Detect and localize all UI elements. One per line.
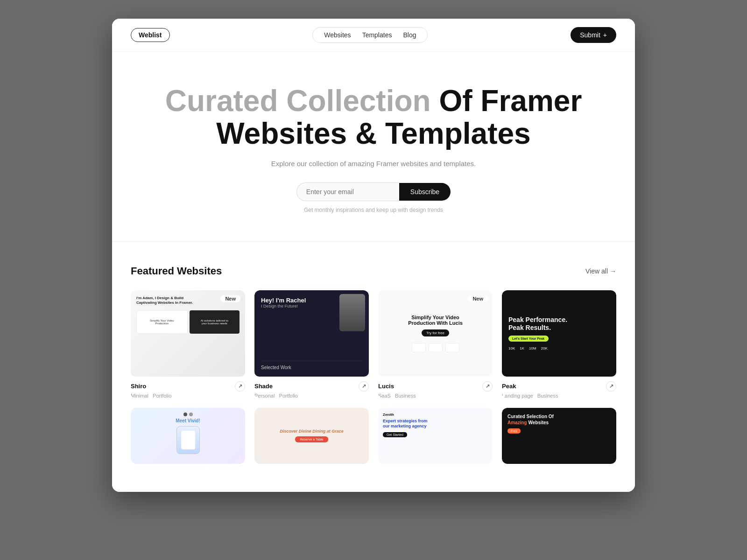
nav-link-websites[interactable]: Websites	[319, 30, 355, 40]
card-thumb-zenith: Zenith Expert strategies fromour marketi…	[378, 408, 493, 464]
card-vivid[interactable]: Meet Vivid!	[131, 408, 245, 464]
card-thumb-vivid: Meet Vivid!	[131, 408, 245, 464]
card-curated[interactable]: Curated Selection Of Amazing Websites Fr…	[502, 408, 616, 464]
plus-icon: +	[603, 31, 607, 39]
card-title-shiro: Shiro ↗	[131, 381, 245, 392]
logo[interactable]: Weblist	[131, 28, 170, 42]
hero-title-bold: Of Framer	[439, 84, 582, 118]
lucis-btn: Try for free	[422, 329, 449, 336]
cards-row-2: Meet Vivid! Discover Divine Dining at Gr…	[131, 408, 616, 464]
curated-btn: Free	[507, 428, 521, 434]
card-thumb-peak: Peak Performance.Peak Results. Let's Sta…	[502, 290, 616, 377]
zenith-btn: Get Started	[383, 432, 407, 437]
card-arrow-lucis[interactable]: ↗	[482, 381, 493, 392]
peak-btn: Let's Start Your Peak	[508, 336, 549, 342]
card-thumb-curated: Curated Selection Of Amazing Websites Fr…	[502, 408, 616, 464]
hero-title-bold2: Websites & Templates	[216, 117, 530, 150]
email-input[interactable]	[296, 182, 399, 201]
zenith-title: Expert strategies fromour marketing agen…	[383, 419, 488, 429]
card-shade[interactable]: New Hey! I'm Rachel I Design the Future!…	[254, 290, 369, 399]
section-header: Featured Websites View all →	[131, 265, 616, 277]
peak-title: Peak Performance.Peak Results.	[508, 316, 610, 332]
nav-link-blog[interactable]: Blog	[398, 30, 421, 40]
card-tags-shiro: Minimal Portfolio	[131, 393, 245, 399]
card-arrow-peak[interactable]: ↗	[606, 381, 616, 392]
submit-button[interactable]: Submit +	[571, 27, 616, 43]
hero-title: Curated Collection Of Framer Websites & …	[131, 84, 616, 150]
section-title: Featured Websites	[131, 265, 222, 277]
shiro-small-cards: Simplify Your VideoProduction AI solutio…	[136, 310, 240, 334]
main-content: Featured Websites View all → New I'm Ada…	[112, 242, 635, 492]
shiro-card-2: AI solutions tailored toyour business ne…	[190, 310, 240, 334]
subscribe-form: Subscribe	[131, 182, 616, 201]
card-tags-lucis: SaaS Business	[378, 393, 493, 399]
vivid-title: Meet Vivid!	[176, 418, 200, 423]
browser-window: Weblist Websites Templates Blog Submit +…	[112, 19, 635, 492]
card-shiro[interactable]: New I'm Adam, I Design & BuildCaptivatin…	[131, 290, 245, 399]
hero-hint: Get monthly inspirations and keep up wit…	[131, 207, 616, 213]
card-tags-peak: Landing page Business	[502, 393, 616, 399]
shade-label: Selected Work	[261, 361, 362, 370]
card-title-shade: Shade ↗	[254, 381, 369, 392]
curated-highlight: Amazing	[507, 420, 527, 425]
zenith-brand: Zenith	[383, 413, 488, 417]
nav-link-templates[interactable]: Templates	[358, 30, 397, 40]
subscribe-button[interactable]: Subscribe	[399, 183, 451, 201]
nav-links: Websites Templates Blog	[312, 27, 428, 43]
card-thumb-grace: Discover Divine Dining at Grace Reserve …	[254, 408, 369, 464]
badge-lucis: New	[468, 295, 488, 302]
card-title-peak: Peak ↗	[502, 381, 616, 392]
navbar: Weblist Websites Templates Blog Submit +	[112, 19, 635, 52]
grace-title: Discover Divine Dining at Grace	[280, 429, 344, 434]
badge-shiro: New	[220, 295, 240, 302]
cards-row-1: New I'm Adam, I Design & BuildCaptivatin…	[131, 290, 616, 399]
shade-avatar	[339, 294, 365, 331]
arrow-right-icon: →	[610, 267, 616, 275]
card-lucis[interactable]: New Simplify Your VideoProduction With L…	[378, 290, 493, 399]
grace-btn: Reserve a Table	[295, 436, 328, 442]
card-tags-shade: Personal Portfolio	[254, 393, 369, 399]
view-all-link[interactable]: View all →	[585, 267, 616, 275]
card-peak[interactable]: Peak Performance.Peak Results. Let's Sta…	[502, 290, 616, 399]
curated-suffix: Websites	[528, 420, 549, 425]
card-thumb-shiro: New I'm Adam, I Design & BuildCaptivatin…	[131, 290, 245, 377]
hero-title-light: Curated Collection	[165, 84, 439, 118]
card-zenith[interactable]: Zenith Expert strategies fromour marketi…	[378, 408, 493, 464]
card-arrow-shade[interactable]: ↗	[359, 381, 369, 392]
hero-subtitle: Explore our collection of amazing Framer…	[131, 160, 616, 168]
lucis-title: Simplify Your VideoProduction With Lucis	[408, 315, 463, 326]
peak-stats: 10K 1K 10M 20K	[508, 346, 610, 350]
shiro-card-1: Simplify Your VideoProduction	[136, 310, 188, 334]
card-grace[interactable]: Discover Divine Dining at Grace Reserve …	[254, 408, 369, 464]
card-thumb-lucis: New Simplify Your VideoProduction With L…	[378, 290, 493, 377]
card-title-lucis: Lucis ↗	[378, 381, 493, 392]
card-arrow-shiro[interactable]: ↗	[235, 381, 245, 392]
card-thumb-shade: New Hey! I'm Rachel I Design the Future!…	[254, 290, 369, 377]
curated-title: Curated Selection Of Amazing Websites	[507, 413, 611, 426]
hero-section: Curated Collection Of Framer Websites & …	[112, 52, 635, 242]
